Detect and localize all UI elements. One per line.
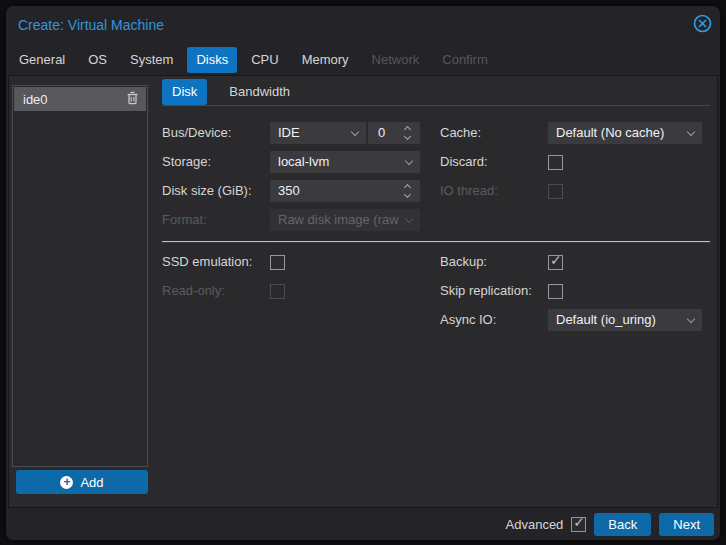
disk-size-stepper[interactable]: 350 — [270, 180, 420, 202]
disk-form: Disk Bandwidth Bus/Device: IDE 0 — [162, 79, 710, 338]
async-io-select[interactable]: Default (io_uring) — [548, 309, 702, 331]
chevron-down-icon — [687, 315, 695, 323]
tab-cpu[interactable]: CPU — [242, 47, 287, 73]
async-io-label: Async IO: — [440, 309, 548, 331]
tab-general[interactable]: General — [10, 47, 74, 73]
format-label: Format: — [162, 209, 270, 231]
plus-circle-icon — [60, 476, 73, 489]
read-only-label: Read-only: — [162, 280, 270, 302]
advanced-label: Advanced — [506, 517, 564, 532]
chevron-down-icon — [687, 128, 695, 136]
storage-value: local-lvm — [278, 154, 329, 169]
disk-size-label: Disk size (GiB): — [162, 180, 270, 202]
disk-size-value: 350 — [278, 183, 300, 198]
chevron-down-icon — [405, 157, 413, 165]
row-storage-discard: Storage: local-lvm Discard: — [162, 151, 710, 173]
storage-label: Storage: — [162, 151, 270, 173]
tab-os[interactable]: OS — [79, 47, 116, 73]
tab-memory[interactable]: Memory — [293, 47, 358, 73]
disk-item-label: ide0 — [23, 92, 48, 107]
next-button[interactable]: Next — [659, 513, 714, 536]
bus-device-select[interactable]: IDE — [270, 122, 366, 144]
dialog-header: Create: Virtual Machine — [6, 6, 720, 40]
trash-icon[interactable] — [126, 91, 139, 108]
disk-list-item-ide0[interactable]: ide0 — [14, 87, 146, 111]
wizard-tabbar: General OS System Disks CPU Memory Netwo… — [10, 47, 710, 73]
tab-system[interactable]: System — [121, 47, 182, 73]
row-readonly-skiprepl: Read-only: Skip replication: — [162, 280, 710, 302]
skip-replication-checkbox[interactable] — [548, 284, 563, 299]
discard-checkbox[interactable] — [548, 155, 563, 170]
bus-number-value: 0 — [378, 125, 385, 140]
close-icon[interactable] — [692, 13, 712, 33]
tab-bandwidth[interactable]: Bandwidth — [219, 79, 300, 105]
bus-device-label: Bus/Device: — [162, 122, 270, 144]
tab-disk[interactable]: Disk — [162, 79, 207, 105]
disks-panel: ide0 Add Disk Bandwidth — [8, 75, 718, 508]
cache-select[interactable]: Default (No cache) — [548, 122, 702, 144]
async-io-value: Default (io_uring) — [556, 312, 656, 327]
row-async-io: Async IO: Default (io_uring) — [162, 309, 710, 331]
tab-network: Network — [363, 47, 429, 73]
ssd-emulation-checkbox[interactable] — [270, 255, 285, 270]
ssd-emulation-label: SSD emulation: — [162, 251, 270, 273]
advanced-checkbox[interactable] — [571, 517, 586, 532]
backup-checkbox[interactable] — [548, 255, 563, 270]
storage-select[interactable]: local-lvm — [270, 151, 420, 173]
cache-value: Default (No cache) — [556, 125, 664, 140]
row-format: Format: Raw disk image (raw — [162, 209, 710, 231]
create-vm-dialog: Create: Virtual Machine General OS Syste… — [6, 6, 720, 540]
format-select: Raw disk image (raw — [270, 209, 420, 231]
read-only-checkbox — [270, 284, 285, 299]
backup-label: Backup: — [440, 251, 548, 273]
spinner-icon[interactable] — [404, 122, 414, 144]
tab-disks[interactable]: Disks — [187, 47, 237, 73]
io-thread-label: IO thread: — [440, 180, 548, 202]
skip-replication-label: Skip replication: — [440, 280, 548, 302]
chevron-down-icon — [405, 215, 413, 223]
bus-number-stepper[interactable]: 0 — [368, 122, 420, 144]
dialog-title: Create: Virtual Machine — [18, 17, 164, 33]
format-value: Raw disk image (raw — [278, 212, 399, 227]
add-disk-button[interactable]: Add — [16, 470, 148, 494]
cache-label: Cache: — [440, 122, 548, 144]
section-separator — [162, 241, 710, 242]
dialog-footer: Advanced Back Next — [6, 508, 720, 540]
discard-label: Discard: — [440, 151, 548, 173]
row-disksize-iothread: Disk size (GiB): 350 IO thread: — [162, 180, 710, 202]
row-bus-cache: Bus/Device: IDE 0 Cache: — [162, 122, 710, 144]
back-button[interactable]: Back — [594, 513, 651, 536]
disk-subtabs: Disk Bandwidth — [162, 79, 710, 106]
spinner-icon[interactable] — [404, 180, 414, 202]
io-thread-checkbox — [548, 184, 563, 199]
tab-confirm: Confirm — [433, 47, 497, 73]
add-button-label: Add — [80, 475, 103, 490]
row-ssd-backup: SSD emulation: Backup: — [162, 251, 710, 273]
bus-device-value: IDE — [278, 125, 300, 140]
chevron-down-icon — [351, 128, 359, 136]
disk-list: ide0 — [12, 85, 148, 467]
